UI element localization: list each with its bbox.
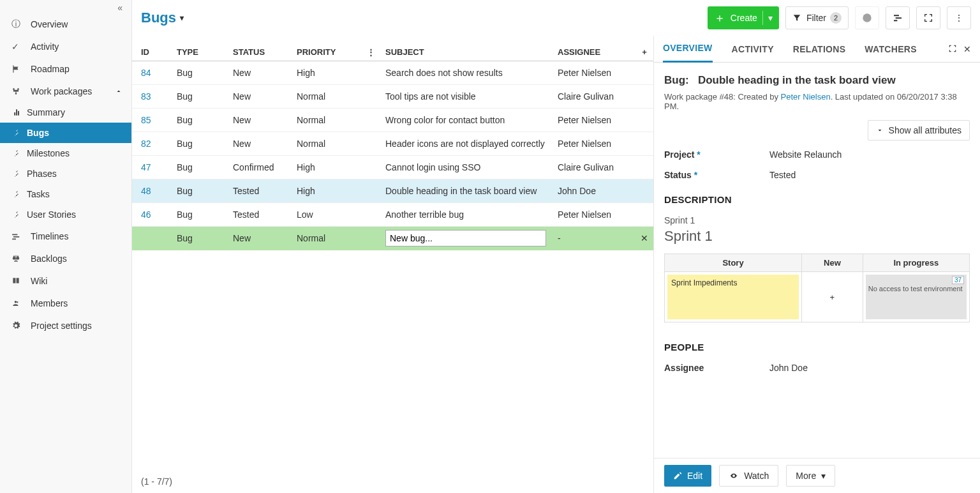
create-label: Create: [731, 13, 757, 23]
sidebar-sub-summary[interactable]: Summary: [0, 102, 131, 123]
sidebar-item-settings[interactable]: Project settings: [0, 314, 131, 337]
balance-icon: [11, 254, 31, 263]
col-id[interactable]: ID: [132, 36, 172, 61]
pin-icon: [13, 149, 27, 157]
sidebar-sub-tasks[interactable]: Tasks: [0, 184, 131, 204]
table-row[interactable]: 85BugNewNormalWrong color for contact bu…: [132, 109, 653, 132]
sidebar-sub-phases[interactable]: Phases: [0, 163, 131, 184]
cell-type: Bug: [172, 109, 228, 132]
sidebar-sub-milestones[interactable]: Milestones: [0, 143, 131, 163]
assignee-value[interactable]: John Doe: [769, 363, 808, 373]
show-all-attrs[interactable]: Show all attributes: [868, 120, 970, 140]
cell-status: New: [228, 109, 292, 132]
cell-subject: Wrong color for contact button: [380, 109, 553, 132]
tab-overview[interactable]: OVERVIEW: [663, 36, 713, 63]
sidebar-item-wp[interactable]: Work packages: [0, 80, 131, 102]
cell-subject: Tool tips are not visible: [380, 85, 553, 109]
col-priority[interactable]: PRIORITY: [292, 36, 362, 61]
edit-button[interactable]: Edit: [664, 465, 711, 487]
sidebar-sub-userstories[interactable]: User Stories: [0, 204, 131, 225]
sidebar-item-overview[interactable]: ⓘ Overview: [0, 13, 131, 35]
cell-id[interactable]: 48: [132, 179, 172, 203]
story-card[interactable]: Sprint Impediments: [667, 275, 799, 319]
detail-footer: Edit Watch More ▾: [654, 458, 980, 493]
sidebar-item-backlogs[interactable]: Backlogs: [0, 247, 131, 269]
status-value[interactable]: Tested: [769, 170, 796, 180]
assignee-label: Assignee: [664, 363, 769, 373]
tab-watchers[interactable]: WATCHERS: [865, 36, 916, 63]
table-row[interactable]: 47BugConfirmedHighCannot login using SSO…: [132, 156, 653, 179]
col-status[interactable]: STATUS: [228, 36, 292, 61]
info-button[interactable]: [855, 6, 879, 29]
cell-type: Bug: [172, 85, 228, 109]
cell-id[interactable]: 46: [132, 203, 172, 227]
sidebar-label: Work packages: [31, 86, 92, 96]
more-button[interactable]: More ▾: [786, 465, 835, 487]
sidebar-item-wiki[interactable]: Wiki: [0, 269, 131, 292]
close-icon: ✕: [641, 233, 648, 243]
add-column[interactable]: +: [635, 36, 653, 61]
cell-priority[interactable]: Normal: [292, 227, 362, 250]
cell-assignee[interactable]: -: [553, 227, 635, 250]
close-row[interactable]: ✕: [635, 227, 653, 250]
page-title[interactable]: Bugs ▾: [141, 10, 184, 26]
cell-id[interactable]: 84: [132, 61, 172, 85]
author-link[interactable]: Peter Nielsen: [781, 92, 831, 102]
cell-subject: Search does not show results: [380, 61, 553, 85]
table-row[interactable]: 48BugTestedHighDouble heading in the tas…: [132, 179, 653, 203]
caret-down-icon: ▾: [768, 13, 773, 23]
cell-type[interactable]: Bug: [172, 227, 228, 250]
sidebar-sub-bugs[interactable]: Bugs: [0, 123, 131, 143]
sidebar-item-activity[interactable]: ✓ Activity: [0, 35, 131, 57]
sprint-heading: Sprint 1: [664, 228, 970, 245]
sidebar-item-members[interactable]: Members: [0, 292, 131, 314]
expand-icon[interactable]: [948, 44, 957, 54]
project-value[interactable]: Website Relaunch: [769, 149, 842, 160]
card-text: No access to test environment: [868, 285, 964, 292]
filter-button[interactable]: Filter 2: [785, 6, 849, 29]
watch-button[interactable]: Watch: [719, 465, 778, 487]
chevron-up-icon: [115, 87, 122, 95]
cell-assignee: Peter Nielsen: [553, 61, 635, 85]
table-row[interactable]: 82BugNewNormalHeader icons are not displ…: [132, 132, 653, 156]
close-icon[interactable]: ✕: [963, 44, 971, 54]
svg-point-0: [863, 13, 871, 22]
sidebar-collapse[interactable]: «: [0, 0, 131, 13]
cell-priority: High: [292, 179, 362, 203]
cell-status: Confirmed: [228, 156, 292, 179]
cell-subject: Cannot login using SSO: [380, 156, 553, 179]
sidebar-label: Milestones: [27, 148, 70, 158]
cell-id[interactable]: 47: [132, 156, 172, 179]
table-row[interactable]: 84BugNewHighSearch does not show results…: [132, 61, 653, 85]
cell-status: New: [228, 85, 292, 109]
detail-tabs: OVERVIEW ACTIVITY RELATIONS WATCHERS ✕: [654, 36, 980, 63]
col-subject[interactable]: SUBJECT: [380, 36, 553, 61]
fullscreen-button[interactable]: [916, 6, 940, 29]
cell-id[interactable]: 83: [132, 85, 172, 109]
col-assignee[interactable]: ASSIGNEE: [553, 36, 635, 61]
table-row[interactable]: 46BugTestedLowAnother terrible bugPeter …: [132, 203, 653, 227]
sidebar-item-timelines[interactable]: Timelines: [0, 225, 131, 247]
create-button[interactable]: ＋ Create ▾: [708, 6, 779, 29]
filter-icon: [792, 13, 801, 22]
sidebar-item-roadmap[interactable]: Roadmap: [0, 57, 131, 80]
col-drag[interactable]: ⋮: [362, 36, 380, 61]
board-add[interactable]: +: [802, 272, 863, 322]
tab-relations[interactable]: RELATIONS: [793, 36, 846, 63]
progress-card[interactable]: 37 No access to test environment: [866, 275, 967, 319]
subject-input[interactable]: [385, 230, 546, 247]
cell-assignee: Peter Nielsen: [553, 203, 635, 227]
cell-id[interactable]: 85: [132, 109, 172, 132]
cogs-icon: [11, 321, 31, 330]
col-type[interactable]: TYPE: [172, 36, 228, 61]
cell-assignee: John Doe: [553, 179, 635, 203]
cell-id[interactable]: 82: [132, 132, 172, 156]
table-row[interactable]: 83BugNewNormalTool tips are not visibleC…: [132, 85, 653, 109]
tab-activity[interactable]: ACTIVITY: [732, 36, 774, 63]
sidebar-label: Tasks: [27, 189, 50, 199]
cell-type: Bug: [172, 179, 228, 203]
sidebar-label: Summary: [27, 107, 65, 118]
gantt-button[interactable]: [886, 6, 910, 29]
cell-status[interactable]: New: [228, 227, 292, 250]
more-button[interactable]: ⋮: [947, 6, 971, 29]
